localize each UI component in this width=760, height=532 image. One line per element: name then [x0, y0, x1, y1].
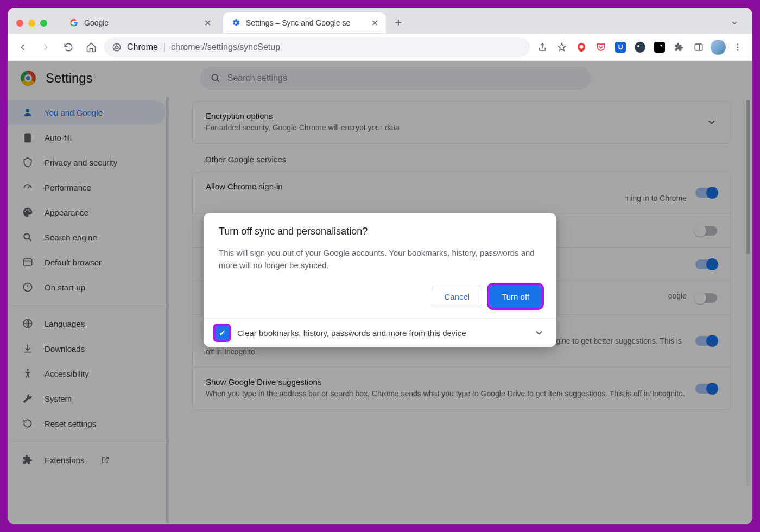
extension-bitwarden-icon[interactable]: U	[611, 38, 630, 56]
extension-ublock-icon[interactable]	[572, 38, 591, 56]
modal-overlay: Turn off sync and personalisation? This …	[8, 61, 752, 524]
extension-icon-4[interactable]	[631, 38, 649, 56]
extension-icon-5[interactable]	[650, 38, 669, 56]
tab-google[interactable]: Google ✕	[61, 12, 219, 33]
close-window-icon[interactable]	[16, 20, 23, 27]
cancel-button[interactable]: Cancel	[432, 286, 482, 307]
chrome-chip-icon	[112, 42, 122, 52]
modal-text: This will sign you out of your Google ac…	[219, 247, 541, 271]
minimize-window-icon[interactable]	[28, 20, 35, 27]
browser-toolbar: Chrome | chrome://settings/syncSetup U	[8, 34, 752, 61]
svg-point-7	[737, 49, 739, 50]
maximize-window-icon[interactable]	[40, 20, 47, 27]
reload-button[interactable]	[59, 37, 78, 57]
sidepanel-icon[interactable]	[689, 38, 708, 56]
clear-data-checkbox[interactable]: ✓	[216, 326, 229, 339]
tab-strip: Google ✕ Settings – Sync and Google se ✕…	[8, 8, 752, 34]
address-bar[interactable]: Chrome | chrome://settings/syncSetup	[104, 37, 530, 57]
toolbar-actions: U	[533, 38, 747, 56]
modal-footer: ✓ Clear bookmarks, history, passwords an…	[204, 318, 556, 347]
share-icon[interactable]	[533, 38, 552, 56]
svg-point-2	[115, 46, 118, 48]
close-tab-icon[interactable]: ✕	[204, 18, 211, 28]
bookmark-star-icon[interactable]	[553, 38, 571, 56]
turnoff-sync-modal: Turn off sync and personalisation? This …	[204, 213, 556, 347]
home-button[interactable]	[81, 37, 101, 57]
forward-button[interactable]	[36, 37, 55, 57]
tab-title: Settings – Sync and Google se	[246, 18, 366, 27]
tab-title: Google	[84, 18, 199, 27]
tabs-dropdown-icon[interactable]	[725, 14, 744, 32]
svg-point-6	[737, 46, 739, 48]
turn-off-button[interactable]: Turn off	[490, 286, 541, 307]
profile-avatar[interactable]	[709, 38, 727, 56]
clear-data-label: Clear bookmarks, history, passwords and …	[237, 328, 525, 338]
svg-rect-4	[695, 44, 702, 50]
window-controls	[16, 20, 47, 27]
chevron-down-icon[interactable]	[534, 327, 544, 338]
new-tab-button[interactable]: +	[390, 15, 407, 31]
svg-point-3	[580, 45, 584, 48]
address-url: chrome://settings/syncSetup	[171, 42, 522, 52]
modal-title: Turn off sync and personalisation?	[219, 226, 541, 237]
close-tab-icon[interactable]: ✕	[371, 18, 378, 28]
extension-pocket-icon[interactable]	[592, 38, 610, 56]
settings-favicon-icon	[231, 18, 240, 28]
extensions-puzzle-icon[interactable]	[670, 38, 688, 56]
address-chip: Chrome	[127, 42, 158, 52]
kebab-menu-icon[interactable]	[729, 38, 747, 56]
back-button[interactable]	[13, 37, 33, 57]
svg-point-5	[737, 43, 739, 45]
tab-settings[interactable]: Settings – Sync and Google se ✕	[223, 12, 386, 33]
google-favicon-icon	[69, 18, 79, 28]
